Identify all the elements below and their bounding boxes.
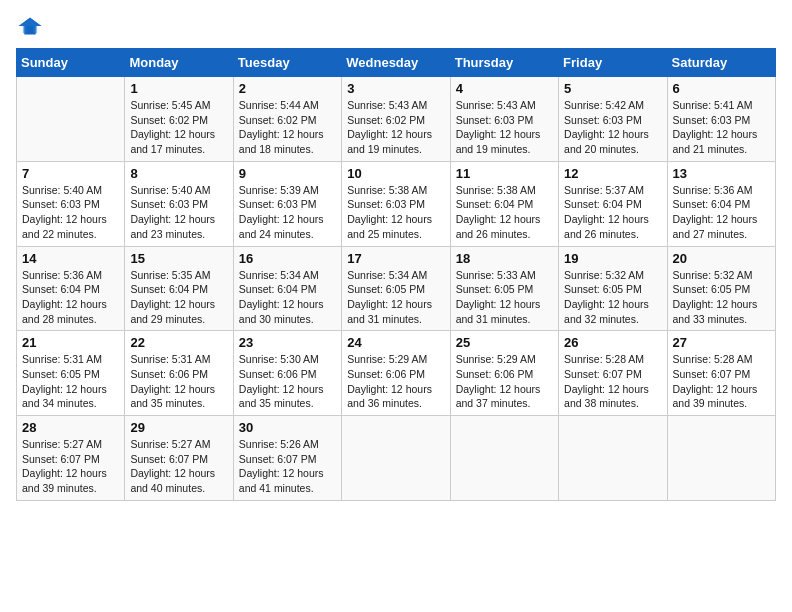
day-number: 13 [673, 166, 770, 181]
cell-info: Sunrise: 5:34 AMSunset: 6:05 PMDaylight:… [347, 269, 432, 325]
cell-info: Sunrise: 5:43 AMSunset: 6:03 PMDaylight:… [456, 99, 541, 155]
day-number: 10 [347, 166, 444, 181]
day-number: 30 [239, 420, 336, 435]
cell-info: Sunrise: 5:26 AMSunset: 6:07 PMDaylight:… [239, 438, 324, 494]
calendar-cell: 12 Sunrise: 5:37 AMSunset: 6:04 PMDaylig… [559, 161, 667, 246]
calendar-cell: 3 Sunrise: 5:43 AMSunset: 6:02 PMDayligh… [342, 77, 450, 162]
day-number: 9 [239, 166, 336, 181]
cell-info: Sunrise: 5:36 AMSunset: 6:04 PMDaylight:… [22, 269, 107, 325]
day-number: 15 [130, 251, 227, 266]
day-number: 11 [456, 166, 553, 181]
day-number: 3 [347, 81, 444, 96]
calendar-cell: 29 Sunrise: 5:27 AMSunset: 6:07 PMDaylig… [125, 416, 233, 501]
cell-info: Sunrise: 5:27 AMSunset: 6:07 PMDaylight:… [22, 438, 107, 494]
column-header-friday: Friday [559, 49, 667, 77]
column-header-wednesday: Wednesday [342, 49, 450, 77]
calendar-cell [559, 416, 667, 501]
cell-info: Sunrise: 5:28 AMSunset: 6:07 PMDaylight:… [564, 353, 649, 409]
calendar-cell: 7 Sunrise: 5:40 AMSunset: 6:03 PMDayligh… [17, 161, 125, 246]
column-header-monday: Monday [125, 49, 233, 77]
calendar-cell: 5 Sunrise: 5:42 AMSunset: 6:03 PMDayligh… [559, 77, 667, 162]
logo [16, 16, 48, 36]
cell-info: Sunrise: 5:40 AMSunset: 6:03 PMDaylight:… [130, 184, 215, 240]
calendar-week-row: 28 Sunrise: 5:27 AMSunset: 6:07 PMDaylig… [17, 416, 776, 501]
day-number: 25 [456, 335, 553, 350]
calendar-cell: 27 Sunrise: 5:28 AMSunset: 6:07 PMDaylig… [667, 331, 775, 416]
calendar-cell: 8 Sunrise: 5:40 AMSunset: 6:03 PMDayligh… [125, 161, 233, 246]
cell-info: Sunrise: 5:31 AMSunset: 6:06 PMDaylight:… [130, 353, 215, 409]
cell-info: Sunrise: 5:43 AMSunset: 6:02 PMDaylight:… [347, 99, 432, 155]
day-number: 2 [239, 81, 336, 96]
cell-info: Sunrise: 5:40 AMSunset: 6:03 PMDaylight:… [22, 184, 107, 240]
column-header-tuesday: Tuesday [233, 49, 341, 77]
cell-info: Sunrise: 5:36 AMSunset: 6:04 PMDaylight:… [673, 184, 758, 240]
day-number: 26 [564, 335, 661, 350]
cell-info: Sunrise: 5:33 AMSunset: 6:05 PMDaylight:… [456, 269, 541, 325]
calendar-week-row: 7 Sunrise: 5:40 AMSunset: 6:03 PMDayligh… [17, 161, 776, 246]
calendar-cell [667, 416, 775, 501]
day-number: 28 [22, 420, 119, 435]
cell-info: Sunrise: 5:34 AMSunset: 6:04 PMDaylight:… [239, 269, 324, 325]
cell-info: Sunrise: 5:37 AMSunset: 6:04 PMDaylight:… [564, 184, 649, 240]
calendar-cell: 16 Sunrise: 5:34 AMSunset: 6:04 PMDaylig… [233, 246, 341, 331]
cell-info: Sunrise: 5:45 AMSunset: 6:02 PMDaylight:… [130, 99, 215, 155]
calendar-cell: 30 Sunrise: 5:26 AMSunset: 6:07 PMDaylig… [233, 416, 341, 501]
day-number: 20 [673, 251, 770, 266]
cell-info: Sunrise: 5:44 AMSunset: 6:02 PMDaylight:… [239, 99, 324, 155]
cell-info: Sunrise: 5:29 AMSunset: 6:06 PMDaylight:… [347, 353, 432, 409]
day-number: 12 [564, 166, 661, 181]
calendar-cell: 24 Sunrise: 5:29 AMSunset: 6:06 PMDaylig… [342, 331, 450, 416]
day-number: 24 [347, 335, 444, 350]
calendar-cell: 28 Sunrise: 5:27 AMSunset: 6:07 PMDaylig… [17, 416, 125, 501]
day-number: 1 [130, 81, 227, 96]
calendar-week-row: 21 Sunrise: 5:31 AMSunset: 6:05 PMDaylig… [17, 331, 776, 416]
day-number: 6 [673, 81, 770, 96]
calendar-cell: 20 Sunrise: 5:32 AMSunset: 6:05 PMDaylig… [667, 246, 775, 331]
cell-info: Sunrise: 5:28 AMSunset: 6:07 PMDaylight:… [673, 353, 758, 409]
calendar-cell: 15 Sunrise: 5:35 AMSunset: 6:04 PMDaylig… [125, 246, 233, 331]
day-number: 7 [22, 166, 119, 181]
column-header-sunday: Sunday [17, 49, 125, 77]
calendar-cell: 11 Sunrise: 5:38 AMSunset: 6:04 PMDaylig… [450, 161, 558, 246]
calendar-table: SundayMondayTuesdayWednesdayThursdayFrid… [16, 48, 776, 501]
calendar-week-row: 14 Sunrise: 5:36 AMSunset: 6:04 PMDaylig… [17, 246, 776, 331]
calendar-cell [342, 416, 450, 501]
logo-icon [16, 16, 44, 36]
calendar-cell: 14 Sunrise: 5:36 AMSunset: 6:04 PMDaylig… [17, 246, 125, 331]
cell-info: Sunrise: 5:38 AMSunset: 6:03 PMDaylight:… [347, 184, 432, 240]
day-number: 18 [456, 251, 553, 266]
cell-info: Sunrise: 5:39 AMSunset: 6:03 PMDaylight:… [239, 184, 324, 240]
day-number: 29 [130, 420, 227, 435]
day-number: 27 [673, 335, 770, 350]
page-header [16, 16, 776, 36]
calendar-cell: 19 Sunrise: 5:32 AMSunset: 6:05 PMDaylig… [559, 246, 667, 331]
day-number: 22 [130, 335, 227, 350]
calendar-cell: 17 Sunrise: 5:34 AMSunset: 6:05 PMDaylig… [342, 246, 450, 331]
calendar-cell: 23 Sunrise: 5:30 AMSunset: 6:06 PMDaylig… [233, 331, 341, 416]
day-number: 19 [564, 251, 661, 266]
calendar-cell [450, 416, 558, 501]
calendar-cell: 13 Sunrise: 5:36 AMSunset: 6:04 PMDaylig… [667, 161, 775, 246]
cell-info: Sunrise: 5:31 AMSunset: 6:05 PMDaylight:… [22, 353, 107, 409]
day-number: 17 [347, 251, 444, 266]
cell-info: Sunrise: 5:27 AMSunset: 6:07 PMDaylight:… [130, 438, 215, 494]
calendar-cell: 10 Sunrise: 5:38 AMSunset: 6:03 PMDaylig… [342, 161, 450, 246]
cell-info: Sunrise: 5:29 AMSunset: 6:06 PMDaylight:… [456, 353, 541, 409]
cell-info: Sunrise: 5:38 AMSunset: 6:04 PMDaylight:… [456, 184, 541, 240]
day-number: 8 [130, 166, 227, 181]
day-number: 14 [22, 251, 119, 266]
cell-info: Sunrise: 5:30 AMSunset: 6:06 PMDaylight:… [239, 353, 324, 409]
calendar-cell: 21 Sunrise: 5:31 AMSunset: 6:05 PMDaylig… [17, 331, 125, 416]
calendar-cell: 9 Sunrise: 5:39 AMSunset: 6:03 PMDayligh… [233, 161, 341, 246]
day-number: 4 [456, 81, 553, 96]
day-number: 21 [22, 335, 119, 350]
cell-info: Sunrise: 5:35 AMSunset: 6:04 PMDaylight:… [130, 269, 215, 325]
day-number: 16 [239, 251, 336, 266]
cell-info: Sunrise: 5:42 AMSunset: 6:03 PMDaylight:… [564, 99, 649, 155]
column-header-thursday: Thursday [450, 49, 558, 77]
cell-info: Sunrise: 5:32 AMSunset: 6:05 PMDaylight:… [673, 269, 758, 325]
calendar-cell: 6 Sunrise: 5:41 AMSunset: 6:03 PMDayligh… [667, 77, 775, 162]
calendar-cell: 4 Sunrise: 5:43 AMSunset: 6:03 PMDayligh… [450, 77, 558, 162]
calendar-cell: 18 Sunrise: 5:33 AMSunset: 6:05 PMDaylig… [450, 246, 558, 331]
calendar-cell: 25 Sunrise: 5:29 AMSunset: 6:06 PMDaylig… [450, 331, 558, 416]
